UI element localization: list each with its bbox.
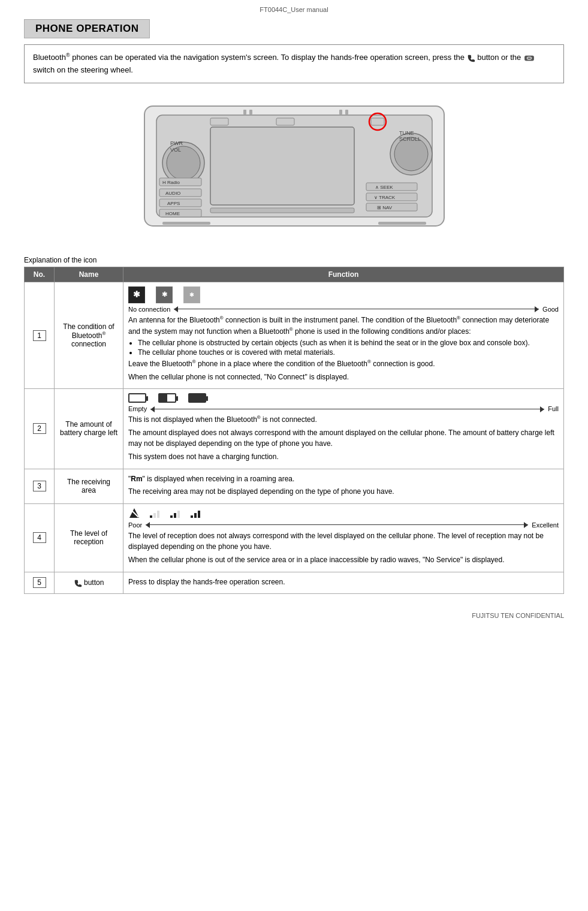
svg-rect-42 xyxy=(170,515,173,518)
svg-text:AUDIO: AUDIO xyxy=(165,191,180,196)
batt-arrow xyxy=(150,409,544,409)
icon-table: No. Name Function 1 The condition of Blu… xyxy=(24,267,564,594)
row1-name: The condition of Bluetooth® connection xyxy=(55,282,123,388)
bt-icon-mid: ✱ xyxy=(156,286,173,303)
svg-rect-3 xyxy=(210,127,354,205)
svg-text:SCROLL: SCROLL xyxy=(399,136,421,142)
footer-confidential: FUJITSU TEN CONFIDENTIAL xyxy=(24,612,564,619)
row3-no: 3 xyxy=(25,469,55,503)
bt-icon-good: ✱ xyxy=(183,286,200,303)
radio-unit-diagram: PWR VOL TUNE SCROLL H Radio AUDIO APPS H… xyxy=(126,94,462,238)
svg-text:HOME: HOME xyxy=(165,211,180,216)
svg-rect-14 xyxy=(371,118,384,125)
svg-rect-30 xyxy=(210,208,354,213)
batt-icon-half xyxy=(158,393,176,403)
row5-function: Press to display the hands-free operatio… xyxy=(123,572,564,594)
svg-rect-20 xyxy=(159,199,201,207)
signal-icon-1bar xyxy=(149,508,161,519)
row1-function-text: An antenna for the Bluetooth® connection… xyxy=(128,315,559,382)
row4-name: The level of reception xyxy=(55,503,123,572)
car-switch-icon xyxy=(523,54,535,62)
row3-name: The receiving area xyxy=(55,469,123,503)
svg-rect-41 xyxy=(157,511,159,518)
signal-arrow xyxy=(146,524,528,525)
row4-no: 4 xyxy=(25,503,55,572)
svg-text:TUNE: TUNE xyxy=(399,130,414,136)
svg-text:∧ SEEK: ∧ SEEK xyxy=(375,185,393,190)
intro-box: Bluetooth® phones can be operated via th… xyxy=(24,44,564,83)
svg-rect-34 xyxy=(249,110,252,114)
batt-icon-empty xyxy=(128,393,146,403)
row4-function: Poor Excellent The level of reception do… xyxy=(123,503,564,572)
row5-name: button xyxy=(55,572,123,594)
th-function: Function xyxy=(123,267,564,282)
svg-rect-43 xyxy=(174,513,176,518)
doc-header: FT0044C_User manual xyxy=(24,6,564,13)
th-no: No. xyxy=(25,267,55,282)
svg-rect-47 xyxy=(198,511,200,518)
signal-icon-none xyxy=(128,508,140,519)
row1-function: ✱ ✱ ✱ No connection Good An antenna for … xyxy=(123,282,564,388)
svg-rect-33 xyxy=(243,110,246,114)
batt-arrow-line: Empty Full xyxy=(128,405,559,412)
bt-arrow xyxy=(174,309,539,309)
th-name: Name xyxy=(55,267,123,282)
svg-rect-12 xyxy=(210,118,228,125)
car-diagram: PWR VOL TUNE SCROLL H Radio AUDIO APPS H… xyxy=(24,94,564,238)
svg-text:∨ TRACK: ∨ TRACK xyxy=(374,195,396,200)
svg-rect-44 xyxy=(177,511,180,518)
doc-title: FT0044C_User manual xyxy=(260,6,328,13)
row2-no: 2 xyxy=(25,389,55,469)
svg-rect-32 xyxy=(378,222,426,225)
svg-text:⊞ NAV: ⊞ NAV xyxy=(377,205,393,210)
row4-function-text: The level of reception does not always c… xyxy=(128,530,559,566)
svg-rect-31 xyxy=(162,222,210,225)
table-row: 3 The receiving area "Rm" is displayed w… xyxy=(25,469,564,503)
row2-name: The amount of battery charge left xyxy=(55,389,123,469)
svg-rect-13 xyxy=(276,118,294,125)
svg-rect-35 xyxy=(339,110,342,114)
signal-arrow-line: Poor Excellent xyxy=(128,521,559,529)
explanation-label: Explanation of the icon xyxy=(24,256,564,264)
row5-function-text: Press to display the hands-free operatio… xyxy=(128,577,559,588)
svg-text:VOL: VOL xyxy=(170,147,181,153)
row2-function: Empty Full This is not displayed when th… xyxy=(123,389,564,469)
svg-rect-39 xyxy=(150,515,152,518)
table-row: 5 button Press to display the hands-free… xyxy=(25,572,564,594)
table-row: 2 The amount of battery charge left Empt… xyxy=(25,389,564,469)
svg-text:H Radio: H Radio xyxy=(162,180,180,185)
svg-rect-45 xyxy=(191,515,193,518)
svg-rect-36 xyxy=(345,110,348,114)
svg-rect-40 xyxy=(153,513,156,518)
row3-function-text: "Rm" is displayed when receiving in a ro… xyxy=(128,473,559,497)
row5-no: 5 xyxy=(25,572,55,594)
bt-arrow-line: No connection Good xyxy=(128,306,559,313)
batt-icon-full xyxy=(188,393,206,403)
signal-icon-full xyxy=(189,508,201,519)
row1-no: 1 xyxy=(25,282,55,388)
svg-text:PWR: PWR xyxy=(170,140,183,146)
signal-icons-row xyxy=(128,508,559,519)
svg-point-9 xyxy=(394,137,428,171)
phone-button-icon xyxy=(467,54,475,62)
table-row: 1 The condition of Bluetooth® connection… xyxy=(25,282,564,388)
bt-icons-row: ✱ ✱ ✱ xyxy=(128,286,559,303)
bt-icon-no-connection: ✱ xyxy=(128,286,145,303)
svg-text:APPS: APPS xyxy=(167,201,180,206)
signal-icon-2bars xyxy=(169,508,181,519)
battery-icons-row xyxy=(128,393,559,403)
row3-function: "Rm" is displayed when receiving in a ro… xyxy=(123,469,564,503)
table-row: 4 The level of reception xyxy=(25,503,564,572)
phone-icon-row5 xyxy=(74,579,82,587)
row2-function-text: This is not displayed when the Bluetooth… xyxy=(128,414,559,462)
svg-rect-46 xyxy=(194,513,197,518)
section-title: PHONE OPERATION xyxy=(24,19,150,38)
